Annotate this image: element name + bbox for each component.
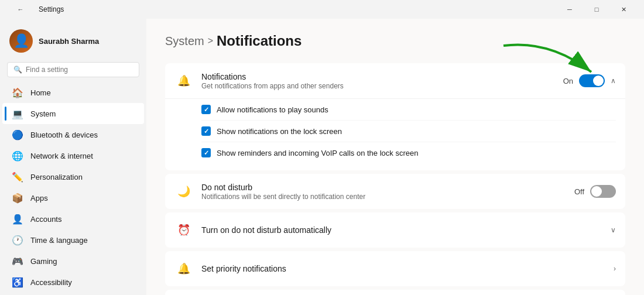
sidebar: 👤 Saurabh Sharma 🔍 🏠Home💻System🔵Bluetoot… xyxy=(0,19,146,295)
accounts-icon: 👤 xyxy=(12,213,23,225)
notifications-icon: 🔔 xyxy=(174,71,193,90)
auto-dnd-header[interactable]: ⏰ Turn on do not disturb automatically ∨ xyxy=(165,212,625,248)
suboption-sounds-label: Allow notifications to play sounds xyxy=(217,105,328,114)
dnd-toggle[interactable] xyxy=(590,185,616,198)
avatar: 👤 xyxy=(9,29,33,53)
notifications-toggle[interactable] xyxy=(579,74,605,87)
suboption-sounds: Allow notifications to play sounds xyxy=(201,99,616,121)
toggle-thumb xyxy=(593,76,604,86)
network-label: Network & internet xyxy=(30,152,93,160)
bluetooth-icon: 🔵 xyxy=(12,129,23,140)
suboption-lockscreen-label: Show notifications on the lock screen xyxy=(217,127,342,136)
notifications-suboptions: Allow notifications to play sounds Show … xyxy=(165,98,625,170)
auto-dnd-chevron[interactable]: ∨ xyxy=(611,226,616,234)
dnd-section: 🌙 Do not disturb Notifications will be s… xyxy=(165,174,625,209)
notifications-header[interactable]: 🔔 Notifications Get notifications from a… xyxy=(165,63,625,98)
auto-dnd-header-left: ⏰ Turn on do not disturb automatically xyxy=(174,221,331,239)
accounts-label: Accounts xyxy=(30,215,61,224)
notifications-subtitle: Get notifications from apps and other se… xyxy=(201,82,344,90)
checkbox-reminders[interactable] xyxy=(201,148,211,157)
sidebar-item-network[interactable]: 🌐Network & internet xyxy=(2,145,144,166)
home-icon: 🏠 xyxy=(12,87,23,98)
sidebar-item-bluetooth[interactable]: 🔵Bluetooth & devices xyxy=(2,124,144,145)
sidebar-item-gaming[interactable]: 🎮Gaming xyxy=(2,251,144,272)
priority-icon: 🔔 xyxy=(174,259,193,278)
search-input[interactable] xyxy=(26,66,133,74)
sidebar-item-home[interactable]: 🏠Home xyxy=(2,82,144,103)
priority-header-left: 🔔 Set priority notifications xyxy=(174,259,286,278)
content: System > Notifications 🔔 Notifications G… xyxy=(146,19,644,295)
maximize-button[interactable]: □ xyxy=(583,0,610,19)
notifications-header-left: 🔔 Notifications Get notifications from a… xyxy=(174,71,344,90)
dnd-header-right: Off xyxy=(574,185,616,198)
search-box[interactable]: 🔍 xyxy=(7,62,139,77)
priority-chevron[interactable]: › xyxy=(614,265,616,273)
dnd-text: Do not disturb Notifications will be sen… xyxy=(201,183,365,201)
accessibility-icon: ♿ xyxy=(12,276,23,288)
focus-section: 🎯 Focus Session duration, hide badges on… xyxy=(165,290,625,295)
app-body: 👤 Saurabh Sharma 🔍 🏠Home💻System🔵Bluetoot… xyxy=(0,19,644,295)
sidebar-item-apps[interactable]: 📦Apps xyxy=(2,187,144,208)
notifications-title: Notifications xyxy=(201,72,344,81)
sidebar-item-time[interactable]: 🕐Time & language xyxy=(2,229,144,251)
network-icon: 🌐 xyxy=(12,150,23,162)
notifications-header-right: On ∧ xyxy=(563,74,616,87)
titlebar-controls: ─ □ ✕ xyxy=(556,0,637,19)
dnd-header-left: 🌙 Do not disturb Notifications will be s… xyxy=(174,182,365,201)
auto-dnd-section: ⏰ Turn on do not disturb automatically ∨ xyxy=(165,212,625,248)
sidebar-item-system[interactable]: 💻System xyxy=(2,103,144,124)
gaming-label: Gaming xyxy=(30,257,57,266)
close-button[interactable]: ✕ xyxy=(610,0,637,19)
dnd-icon: 🌙 xyxy=(174,182,193,201)
focus-header[interactable]: 🎯 Focus Session duration, hide badges on… xyxy=(165,290,625,295)
dnd-title: Do not disturb xyxy=(201,183,365,192)
breadcrumb-current: Notifications xyxy=(217,33,302,49)
breadcrumb-system[interactable]: System xyxy=(165,35,204,48)
dnd-toggle-thumb xyxy=(591,186,602,197)
dnd-toggle-label: Off xyxy=(574,187,584,196)
checkbox-sounds[interactable] xyxy=(201,105,211,114)
suboption-lockscreen: Show notifications on the lock screen xyxy=(201,121,616,142)
time-icon: 🕐 xyxy=(12,234,23,246)
sidebar-item-privacy[interactable]: 🛡️Privacy & security xyxy=(2,293,144,295)
auto-dnd-title: Turn on do not disturb automatically xyxy=(201,225,331,235)
dnd-subtitle: Notifications will be sent directly to n… xyxy=(201,193,365,201)
system-label: System xyxy=(30,109,56,118)
notifications-section: 🔔 Notifications Get notifications from a… xyxy=(165,63,625,170)
checkbox-lockscreen[interactable] xyxy=(201,126,211,136)
breadcrumb: System > Notifications xyxy=(165,33,625,49)
notifications-chevron[interactable]: ∧ xyxy=(611,77,616,85)
titlebar-left: ← Settings xyxy=(7,0,64,19)
back-button[interactable]: ← xyxy=(7,0,34,19)
suboption-reminders-label: Show reminders and incoming VoIP calls o… xyxy=(217,149,418,157)
notifications-text: Notifications Get notifications from app… xyxy=(201,72,344,90)
bluetooth-label: Bluetooth & devices xyxy=(30,131,98,139)
personalization-icon: ✏️ xyxy=(12,171,23,183)
apps-label: Apps xyxy=(30,194,48,203)
home-label: Home xyxy=(30,88,51,97)
user-name: Saurabh Sharma xyxy=(39,37,99,46)
sidebar-item-accessibility[interactable]: ♿Accessibility xyxy=(2,272,144,293)
time-label: Time & language xyxy=(30,236,88,245)
nav-items-container: 🏠Home💻System🔵Bluetooth & devices🌐Network… xyxy=(0,82,146,295)
suboption-reminders: Show reminders and incoming VoIP calls o… xyxy=(201,142,616,163)
auto-dnd-icon: ⏰ xyxy=(174,221,193,239)
apps-icon: 📦 xyxy=(12,192,23,204)
priority-section: 🔔 Set priority notifications › xyxy=(165,251,625,286)
user-profile: 👤 Saurabh Sharma xyxy=(0,23,146,62)
titlebar: ← Settings ─ □ ✕ xyxy=(0,0,644,19)
minimize-button[interactable]: ─ xyxy=(556,0,583,19)
notifications-toggle-label: On xyxy=(563,77,573,85)
priority-title: Set priority notifications xyxy=(201,264,286,273)
priority-header[interactable]: 🔔 Set priority notifications › xyxy=(165,251,625,286)
gaming-icon: 🎮 xyxy=(12,255,23,267)
search-icon: 🔍 xyxy=(13,66,22,74)
sidebar-item-accounts[interactable]: 👤Accounts xyxy=(2,208,144,229)
titlebar-title: Settings xyxy=(39,5,64,13)
sidebar-item-personalization[interactable]: ✏️Personalization xyxy=(2,166,144,187)
dnd-header[interactable]: 🌙 Do not disturb Notifications will be s… xyxy=(165,174,625,209)
system-icon: 💻 xyxy=(12,108,23,119)
personalization-label: Personalization xyxy=(30,173,83,181)
breadcrumb-separator: > xyxy=(208,36,213,46)
accessibility-label: Accessibility xyxy=(30,278,72,287)
